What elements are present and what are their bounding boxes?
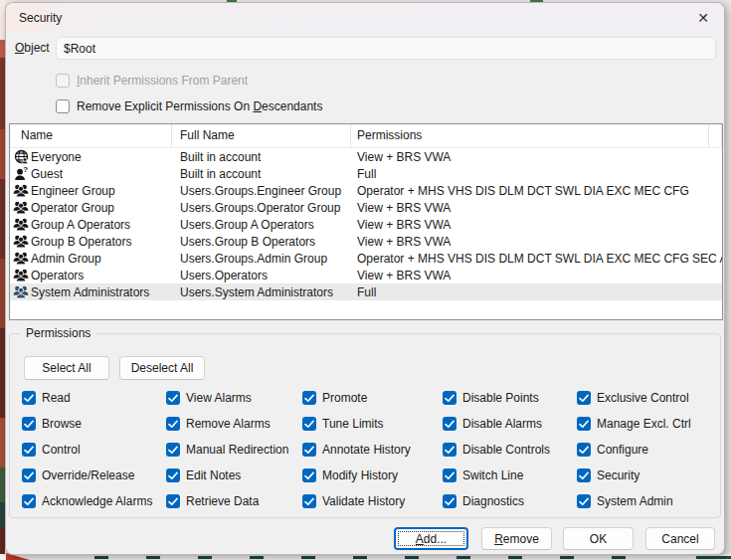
permission-read: Read [22,391,166,405]
permission-security: Security [577,468,691,482]
permission-checkbox[interactable] [302,443,316,457]
account-name: Group B Operators [31,235,131,249]
permission-checkbox[interactable] [166,391,180,405]
object-input[interactable] [56,37,716,60]
table-row-operators[interactable]: OperatorsUsers.OperatorsView + BRS VWA [10,267,722,283]
ok-button[interactable]: OK [563,527,634,550]
permission-checkbox[interactable] [443,443,457,457]
permission-label: Configure [597,443,648,457]
option-label: Remove Explicit Permissions On Descendan… [77,99,322,113]
permission-checkbox[interactable] [302,468,316,482]
permission-checkbox[interactable] [577,468,591,482]
cell-permissions: View + BRS VWA [351,218,722,232]
cell-name: ?Guest [10,166,172,182]
permissions-grid: ReadBrowseControlOverride/ReleaseAcknowl… [22,385,691,514]
permission-tune-limits: Tune Limits [302,417,443,431]
permission-label: System Admin [597,494,673,508]
permission-checkbox[interactable] [443,468,457,482]
object-label: Object [15,41,50,55]
permission-checkbox[interactable] [443,391,457,405]
group-icon [13,251,29,267]
cell-name: System Administrators [10,284,172,300]
table-row-everyone[interactable]: EveryoneBuilt in accountView + BRS VWA [10,148,722,165]
permission-manual-redirection: Manual Redirection [166,443,302,457]
permission-checkbox[interactable] [22,391,36,405]
table-row-operator-group[interactable]: Operator GroupUsers.Groups.Operator Grou… [10,199,722,216]
group-icon [13,268,29,283]
column-header-full-name[interactable]: Full Name [172,124,351,147]
permission-checkbox[interactable] [577,417,591,431]
accounts-table[interactable]: NameFull NamePermissions EveryoneBuilt i… [9,123,723,320]
group-icon [13,234,29,250]
permission-checkbox[interactable] [443,417,457,431]
permission-label: Remove Alarms [186,417,271,431]
permission-label: Diagnostics [462,494,524,508]
remove-button[interactable]: Remove [481,527,552,550]
permission-checkbox[interactable] [577,443,591,457]
permission-label: Manual Redirection [186,443,288,457]
permission-configure: Configure [577,443,691,457]
checkbox[interactable] [56,99,70,113]
cell-permissions: Operator + MHS VHS DIS DLM DCT SWL DIA E… [351,184,722,198]
cell-full-name: Users.Group B Operators [172,235,351,249]
permission-checkbox[interactable] [302,417,316,431]
permission-diagnostics: Diagnostics [443,494,577,508]
permission-label: Read [42,391,71,405]
permission-checkbox[interactable] [166,417,180,431]
close-icon[interactable]: ✕ [693,8,713,28]
permission-checkbox[interactable] [166,468,180,482]
deselect-all-button[interactable]: Deselect All [119,356,205,380]
permission-checkbox[interactable] [577,494,591,508]
table-row-group-a-operators[interactable]: Group A OperatorsUsers.Group A Operators… [10,216,722,233]
group-icon [13,217,29,233]
cell-full-name: Users.System Administrators [172,285,351,299]
cell-name: Operator Group [10,200,172,216]
cell-permissions: View + BRS VWA [351,269,722,282]
option-inherit-permissions-from-parent: Inherit Permissions From Parent [56,73,248,89]
permission-disable-controls: Disable Controls [443,443,577,457]
cell-permissions: View + BRS VWA [351,150,722,164]
column-header-spacer [709,124,722,147]
permission-checkbox[interactable] [22,468,36,482]
add-button[interactable]: Add... [394,527,468,550]
permission-checkbox[interactable] [22,494,36,508]
cell-full-name: Users.Group A Operators [172,218,351,232]
account-name: Group A Operators [31,218,130,232]
column-header-permissions[interactable]: Permissions [351,124,709,147]
permission-exclusive-control: Exclusive Control [577,391,691,405]
permission-disable-points: Disable Points [443,391,577,405]
permission-label: Edit Notes [186,468,241,482]
permission-checkbox[interactable] [443,494,457,508]
permission-control: Control [22,443,166,457]
cell-permissions: View + BRS VWA [351,235,722,249]
cell-permissions: Full [351,167,722,181]
group-blue-icon [13,284,29,300]
option-remove-explicit-permissions-on-descendants[interactable]: Remove Explicit Permissions On Descendan… [56,98,322,114]
titlebar[interactable]: Security ✕ [6,3,724,33]
cell-full-name: Users.Operators [172,269,351,282]
permission-checkbox[interactable] [22,443,36,457]
table-row-system-administrators[interactable]: System AdministratorsUsers.System Admini… [10,283,722,300]
table-row-engineer-group[interactable]: Engineer GroupUsers.Groups.Engineer Grou… [10,182,722,199]
permission-checkbox[interactable] [302,494,316,508]
permission-checkbox[interactable] [166,443,180,457]
table-row-admin-group[interactable]: Admin GroupUsers.Groups.Admin GroupOpera… [10,250,722,267]
cell-name: Engineer Group [10,183,172,199]
group-icon [13,200,29,216]
cancel-button[interactable]: Cancel [645,527,715,550]
permission-checkbox[interactable] [166,494,180,508]
group-icon [13,183,29,199]
table-row-group-b-operators[interactable]: Group B OperatorsUsers.Group B Operators… [10,233,722,250]
permission-label: Promote [322,391,367,405]
column-header-name[interactable]: Name [10,124,172,147]
permission-edit-notes: Edit Notes [166,468,302,482]
permission-checkbox[interactable] [22,417,36,431]
permission-checkbox[interactable] [577,391,591,405]
table-row-guest[interactable]: ?GuestBuilt in accountFull [10,165,722,182]
cell-full-name: Users.Groups.Admin Group [172,252,351,266]
permission-checkbox[interactable] [302,391,316,405]
accounts-table-body: EveryoneBuilt in accountView + BRS VWA?G… [10,148,722,300]
cell-full-name: Users.Groups.Engineer Group [172,184,351,198]
select-all-button[interactable]: Select All [24,356,109,380]
permission-system-admin: System Admin [577,494,691,508]
